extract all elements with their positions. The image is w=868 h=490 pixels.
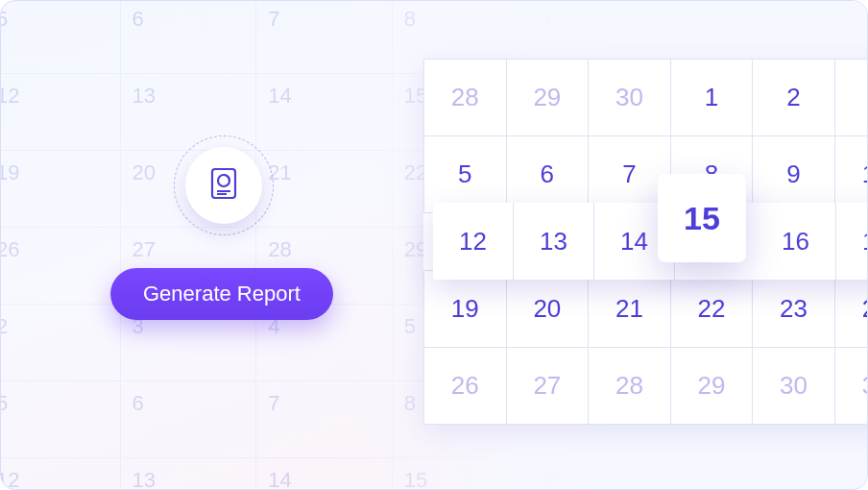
- calendar-cell[interactable]: 28: [589, 348, 671, 425]
- calendar-cell[interactable]: 30: [589, 60, 671, 136]
- bg-calendar-cell: 7: [256, 381, 393, 458]
- calendar-cell[interactable]: 3: [834, 60, 868, 136]
- calendar-cell[interactable]: 26: [424, 348, 507, 425]
- calendar-cell[interactable]: 10: [834, 136, 868, 213]
- calendar-cell[interactable]: 28: [424, 60, 507, 136]
- generate-report-button[interactable]: Generate Report: [110, 268, 333, 320]
- selected-week-row[interactable]: 121314161718: [433, 203, 868, 280]
- bg-calendar-cell: 5: [0, 0, 120, 74]
- bg-calendar-cell: 21: [256, 151, 393, 228]
- bg-calendar-cell: 6: [120, 381, 256, 458]
- hero-card: 5678910111213141516171819202122232425262…: [0, 0, 868, 490]
- calendar-cell[interactable]: 27: [506, 348, 589, 425]
- calendar-cell[interactable]: 9: [753, 136, 835, 213]
- calendar-cell[interactable]: 22: [670, 271, 753, 348]
- calendar-cell[interactable]: 31: [834, 348, 868, 425]
- bg-calendar-cell: 6: [120, 0, 256, 74]
- calendar-cell[interactable]: 6: [506, 136, 589, 213]
- calendar-cell[interactable]: 5: [424, 136, 507, 213]
- calendar-cell[interactable]: 13: [514, 203, 594, 280]
- generate-report-label: Generate Report: [143, 282, 301, 306]
- calendar-cell[interactable]: 30: [753, 348, 835, 425]
- calendar-cell[interactable]: 12: [433, 203, 514, 280]
- bg-calendar-cell: 15: [392, 458, 528, 491]
- bg-calendar-cell: 19: [0, 151, 120, 228]
- bg-calendar-cell: 12: [0, 74, 120, 151]
- calendar-cell[interactable]: 2: [753, 60, 835, 136]
- bg-calendar-cell: 13: [120, 458, 256, 491]
- report-document-icon: [205, 164, 243, 207]
- bg-calendar-cell: 14: [256, 458, 393, 491]
- icon-medallion: [185, 147, 262, 224]
- calendar-cell[interactable]: 16: [756, 203, 836, 280]
- bg-calendar-cell: 7: [256, 0, 393, 74]
- bg-calendar-cell: 12: [0, 458, 120, 491]
- selected-date-chip[interactable]: 15: [658, 174, 746, 262]
- calendar-cell[interactable]: 23: [753, 271, 835, 348]
- bg-calendar-cell: 2: [0, 305, 120, 381]
- bg-calendar-cell: 5: [0, 381, 120, 458]
- icon-dashed-ring: [174, 135, 274, 235]
- calendar-cell[interactable]: 1: [670, 60, 753, 136]
- bg-calendar-cell: 18: [800, 458, 868, 491]
- bg-calendar-cell: 14: [256, 74, 393, 151]
- bg-calendar-cell: 26: [0, 228, 120, 305]
- calendar-cell[interactable]: 19: [424, 271, 507, 348]
- calendar-cell[interactable]: 29: [670, 348, 753, 425]
- calendar-cell[interactable]: 20: [506, 271, 589, 348]
- calendar-cell[interactable]: 24: [834, 271, 868, 348]
- bg-calendar-cell: 17: [663, 458, 800, 491]
- calendar-cell[interactable]: 29: [506, 60, 589, 136]
- calendar-cell[interactable]: 21: [589, 271, 671, 348]
- bg-calendar-cell: 16: [528, 458, 664, 491]
- selected-date-value: 15: [684, 200, 720, 237]
- calendar-cell[interactable]: 17: [836, 203, 868, 280]
